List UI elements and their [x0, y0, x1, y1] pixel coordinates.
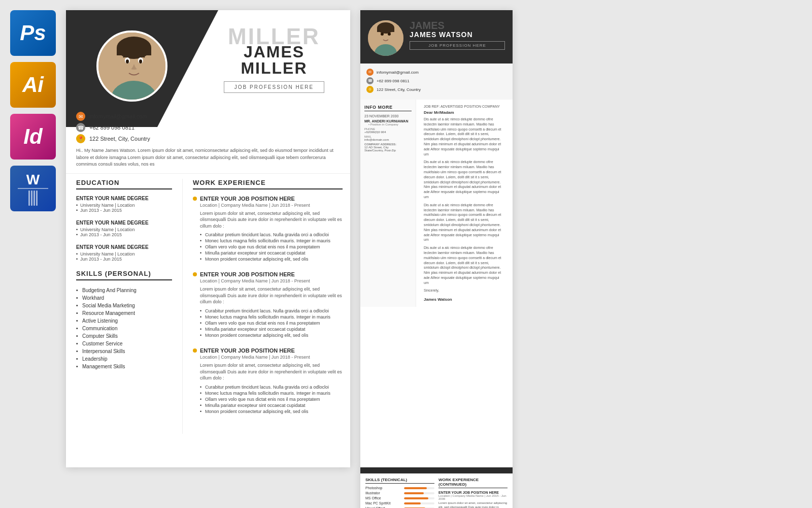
rc2-phone-icon: ☎ — [366, 77, 374, 84]
rc2-email-icon: ✉ — [366, 69, 374, 76]
address-contact: 📍 122 Street, City, Country — [76, 134, 340, 143]
rc2-para-3: Dis aute ut a alc nimco delupte dommo of… — [424, 203, 505, 242]
resume-card-1: MILLER JAMES MILLER JOB PROFESSION HERE … — [66, 10, 350, 467]
resume-cols: EDUCATION ENTER YOUR NAME DEGREE Univers… — [66, 179, 350, 434]
work-experience-title: WORK EXPERIENCE — [193, 179, 343, 189]
rc3-cols: SKILLS (TECHNICAL) Photoshop Illustrator… — [365, 478, 507, 508]
rc2-info-title: INFO MORE — [364, 104, 412, 111]
work-entry-2: ENTER YOUR JOB POSITION HERE Location | … — [193, 271, 343, 338]
rc2-company-val: 12 AD Street, City State/Country, Post-Z… — [364, 146, 412, 152]
wb1-1: Curabitur pretium tincidunt lacus. Nulla… — [200, 232, 343, 238]
wb2-5: Monon proident consectetur adipiscing el… — [200, 332, 343, 338]
work-bullets-2: Curabitur pretium tincidunt lacus. Nulla… — [200, 308, 343, 338]
wb1-2: Monec luctus magna felis sollicitudin ma… — [200, 238, 343, 244]
rc3-dark-bar — [360, 467, 513, 473]
rc2-phone-text: +62 899 098 0811 — [377, 79, 410, 83]
rc3-skill-3: MS Office — [365, 496, 434, 500]
rc3-work-section: WORK EXPERIENCE (CONTIINUED) ENTER YOUR … — [438, 478, 507, 508]
work-bullets-1: Curabitur pretium tincidunt lacus. Nulla… — [200, 232, 343, 262]
work-meta-3: Location | Company Media Name | Jun 2018… — [200, 355, 343, 360]
email-text: infomymail@gmail.com — [89, 113, 147, 119]
skill-3: Social Media Marketing — [76, 302, 172, 309]
skills-personal-list: Budgeting And Planning Workhard Social M… — [76, 287, 172, 370]
edu-degree-1: ENTER YOUR NAME DEGREE — [76, 196, 172, 201]
rc2-name-shadow: JAMES — [410, 20, 505, 30]
rc2-info-col: INFO MORE 23 NOVEMBER 2030 MR. ANDERI KU… — [360, 100, 416, 307]
rc3-body: SKILLS (TECHNICAL) Photoshop Illustrator… — [360, 473, 513, 508]
address-text: 122 Street, City, Country — [89, 136, 150, 142]
work-bullets-3: Curabitur pretium tincidunt lacus. Nulla… — [200, 384, 343, 415]
work-job-title-3: ENTER YOUR JOB POSITION HERE — [193, 347, 343, 354]
education-title: EDUCATION — [76, 179, 172, 189]
rc2-contact: ✉ infomymail@gmail.com ☎ +62 899 098 081… — [360, 64, 513, 100]
rc3-work-1: ENTER YOUR JOB POSITION HERE Location | … — [438, 491, 507, 508]
work-job-title-1: ENTER YOUR JOB POSITION HERE — [193, 196, 343, 202]
wb3-4: Minulla pariatur excepteur sint occaecat… — [200, 402, 343, 408]
wb3-1: Curabitur pretium tincidunt lacus. Nulla… — [200, 384, 343, 390]
phone-contact: ☎ +62 899 098 0811 — [76, 123, 340, 132]
location-icon: 📍 — [76, 134, 85, 143]
rc2-para-4: Dis aute ut a alc nimco delupte dommo of… — [424, 245, 505, 285]
work-meta-2: Location | Company Media Name | Jun 2018… — [200, 278, 343, 283]
work-desc-1: Lorem ipsum dolor sit amet, consectetur … — [200, 210, 343, 230]
work-job-title-2: ENTER YOUR JOB POSITION HERE — [193, 271, 343, 277]
rc2-name-block: JAMES JAMES WATSON JOB PROFESSION HERE — [410, 20, 505, 50]
rc2-address-text: 122 Street, City, Country — [377, 87, 421, 92]
wb2-4: Minulla pariatur excepteur sint occaecat… — [200, 326, 343, 332]
word-icon: W — [10, 166, 56, 211]
skill-5: Active Listening — [76, 317, 172, 325]
illustrator-icon: Ai — [10, 62, 56, 108]
rc2-profession: JOB PROFESSION HERE — [410, 41, 505, 50]
indesign-icon: Id — [10, 114, 56, 160]
skill-11: Management Skills — [76, 363, 172, 370]
photoshop-icon: Ps — [10, 10, 56, 56]
intro-text: Hi.. My Name James Watson. Lorem ipsum d… — [66, 147, 350, 174]
skill-1: Budgeting And Planning — [76, 287, 172, 294]
rc2-sign-name: James Watson — [424, 297, 505, 302]
skill-2: Workhard — [76, 294, 172, 302]
right-col: WORK EXPERIENCE ENTER YOUR JOB POSITION … — [183, 179, 350, 434]
rc3-work-title: WORK EXPERIENCE (CONTIINUED) — [438, 478, 507, 488]
work-desc-2: Lorem ipsum dolor sit amet, consectetur … — [200, 286, 343, 305]
rc2-phone: ☎ +62 899 098 0811 — [366, 77, 506, 84]
work-entry-1: ENTER YOUR JOB POSITION HERE Location | … — [193, 196, 343, 263]
edu-entry-1: ENTER YOUR NAME DEGREE University Name |… — [76, 196, 172, 213]
edu-entry-2: ENTER YOUR NAME DEGREE University Name |… — [76, 220, 172, 237]
rc2-phone-val: +62099(0)0 904 — [364, 131, 412, 134]
edu-detail-3a: University Name | Location — [76, 251, 172, 257]
svg-point-14 — [381, 33, 384, 36]
edu-detail-2a: University Name | Location — [76, 227, 172, 232]
rc2-position: • Position in Company — [364, 123, 412, 126]
wb2-1: Curabitur pretium tincidunt lacus. Nulla… — [200, 308, 343, 314]
rc2-photo — [368, 20, 403, 56]
wb1-3: Ollam vero volo que nus dictat enis nos … — [200, 244, 343, 250]
skill-6: Communication — [76, 325, 172, 332]
edu-detail-3b: Jun 2013 - Jun 2015 — [76, 257, 172, 262]
rc2-address: ⊙ 122 Street, City, Country — [366, 86, 506, 93]
wb2-3: Ollam vero volo que nus dictat enis nos … — [200, 320, 343, 326]
svg-rect-4 — [117, 48, 151, 55]
rc3-skills-title: SKILLS (TECHNICAL) — [365, 478, 434, 484]
wb1-4: Minulla pariatur excepteur sint occaecat… — [200, 250, 343, 256]
work-entry-3: ENTER YOUR JOB POSITION HERE Location | … — [193, 347, 343, 415]
skill-7: Computer Skills — [76, 332, 172, 340]
wb2-2: Monec luctus magna felis sollicitudin ma… — [200, 314, 343, 320]
profile-photo — [96, 30, 167, 102]
rc2-job-ref: JOB REF: ADVERTISED POSITION COMPANY — [424, 105, 505, 108]
rc2-location-icon: ⊙ — [366, 86, 374, 93]
rc3-skill-2: Illustrator — [365, 491, 434, 495]
rc3-skills-section: SKILLS (TECHNICAL) Photoshop Illustrator… — [365, 478, 434, 508]
rc2-email-text: infomymail@gmail.com — [377, 70, 419, 75]
rc3-skill-4: Mac PC SpritKit — [365, 501, 434, 505]
skill-9: Interpersonal Skills — [76, 347, 172, 355]
resume-card-3: SKILLS (TECHNICAL) Photoshop Illustrator… — [360, 467, 513, 508]
skill-4: Resource Management — [76, 309, 172, 317]
contact-bar: ✉ infomymail@gmail.com ☎ +62 899 098 081… — [66, 107, 350, 148]
skills-personal-title: SKILLS (PERSONAL) — [76, 270, 172, 280]
skill-10: Leadership — [76, 355, 172, 363]
rc3-skill-1: Photoshop — [365, 486, 434, 490]
svg-rect-13 — [377, 28, 394, 32]
svg-point-7 — [126, 59, 129, 64]
rc2-body-cols: INFO MORE 23 NOVEMBER 2030 MR. ANDERI KU… — [360, 100, 513, 307]
wb3-2: Monec luctus magna felis sollicitudin ma… — [200, 390, 343, 396]
